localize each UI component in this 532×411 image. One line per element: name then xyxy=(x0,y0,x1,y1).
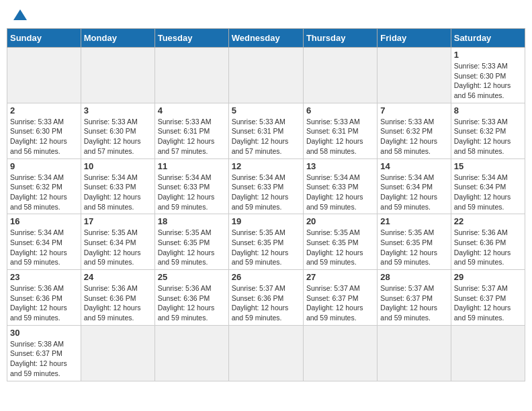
calendar-day-cell xyxy=(303,325,377,381)
day-info: Sunrise: 5:33 AMSunset: 6:31 PMDaylight:… xyxy=(232,117,300,156)
calendar-day-cell: 29Sunrise: 5:37 AMSunset: 6:37 PMDayligh… xyxy=(451,270,525,326)
day-info: Sunrise: 5:35 AMSunset: 6:35 PMDaylight:… xyxy=(306,228,374,267)
day-number: 14 xyxy=(380,161,447,171)
logo xyxy=(12,9,27,20)
day-info: Sunrise: 5:34 AMSunset: 6:34 PMDaylight:… xyxy=(380,173,447,212)
day-info: Sunrise: 5:34 AMSunset: 6:33 PMDaylight:… xyxy=(84,173,152,212)
calendar-day-cell: 16Sunrise: 5:34 AMSunset: 6:34 PMDayligh… xyxy=(7,214,81,270)
calendar-day-cell: 18Sunrise: 5:35 AMSunset: 6:35 PMDayligh… xyxy=(154,214,228,270)
day-info: Sunrise: 5:35 AMSunset: 6:35 PMDaylight:… xyxy=(232,228,300,267)
calendar-day-cell: 17Sunrise: 5:35 AMSunset: 6:34 PMDayligh… xyxy=(81,214,154,270)
calendar-week-row: 9Sunrise: 5:34 AMSunset: 6:32 PMDaylight… xyxy=(7,158,525,214)
calendar-day-cell xyxy=(228,48,303,103)
day-info: Sunrise: 5:34 AMSunset: 6:33 PMDaylight:… xyxy=(306,173,374,212)
day-info: Sunrise: 5:33 AMSunset: 6:31 PMDaylight:… xyxy=(158,117,226,156)
day-number: 15 xyxy=(454,161,522,171)
day-number: 10 xyxy=(84,161,152,171)
calendar-day-cell xyxy=(81,325,154,381)
day-info: Sunrise: 5:33 AMSunset: 6:32 PMDaylight:… xyxy=(454,117,522,156)
calendar-day-cell xyxy=(81,48,154,103)
calendar-week-row: 23Sunrise: 5:36 AMSunset: 6:36 PMDayligh… xyxy=(7,270,525,326)
calendar-day-cell: 20Sunrise: 5:35 AMSunset: 6:35 PMDayligh… xyxy=(303,214,377,270)
calendar-week-row: 30Sunrise: 5:38 AMSunset: 6:37 PMDayligh… xyxy=(7,325,525,381)
weekday-header-friday: Friday xyxy=(378,29,451,48)
weekday-header-tuesday: Tuesday xyxy=(154,29,228,48)
day-number: 27 xyxy=(306,272,374,282)
day-info: Sunrise: 5:33 AMSunset: 6:31 PMDaylight:… xyxy=(306,117,374,156)
day-info: Sunrise: 5:37 AMSunset: 6:37 PMDaylight:… xyxy=(380,283,447,323)
day-info: Sunrise: 5:34 AMSunset: 6:32 PMDaylight:… xyxy=(10,173,78,212)
day-info: Sunrise: 5:34 AMSunset: 6:34 PMDaylight:… xyxy=(454,173,522,212)
calendar-day-cell: 2Sunrise: 5:33 AMSunset: 6:30 PMDaylight… xyxy=(7,103,81,158)
day-info: Sunrise: 5:33 AMSunset: 6:30 PMDaylight:… xyxy=(84,117,152,156)
day-number: 16 xyxy=(10,216,78,226)
calendar-day-cell: 11Sunrise: 5:34 AMSunset: 6:33 PMDayligh… xyxy=(154,158,228,214)
calendar-day-cell: 3Sunrise: 5:33 AMSunset: 6:30 PMDaylight… xyxy=(81,103,154,158)
day-info: Sunrise: 5:34 AMSunset: 6:34 PMDaylight:… xyxy=(10,228,78,267)
day-number: 30 xyxy=(10,328,78,338)
day-number: 4 xyxy=(158,105,226,116)
day-number: 22 xyxy=(454,216,522,226)
calendar-day-cell: 9Sunrise: 5:34 AMSunset: 6:32 PMDaylight… xyxy=(7,158,81,214)
day-number: 24 xyxy=(84,272,152,282)
calendar-table: SundayMondayTuesdayWednesdayThursdayFrid… xyxy=(7,28,525,381)
calendar-day-cell: 26Sunrise: 5:37 AMSunset: 6:36 PMDayligh… xyxy=(228,270,303,326)
calendar-day-cell: 13Sunrise: 5:34 AMSunset: 6:33 PMDayligh… xyxy=(303,158,377,214)
calendar-day-cell xyxy=(154,325,228,381)
day-number: 21 xyxy=(380,216,447,226)
calendar-day-cell: 23Sunrise: 5:36 AMSunset: 6:36 PMDayligh… xyxy=(7,270,81,326)
day-number: 5 xyxy=(232,105,300,116)
day-info: Sunrise: 5:37 AMSunset: 6:37 PMDaylight:… xyxy=(454,283,522,323)
day-number: 28 xyxy=(380,272,447,282)
day-number: 29 xyxy=(454,272,522,282)
day-info: Sunrise: 5:36 AMSunset: 6:36 PMDaylight:… xyxy=(84,283,152,323)
day-info: Sunrise: 5:35 AMSunset: 6:35 PMDaylight:… xyxy=(380,228,447,267)
day-number: 25 xyxy=(158,272,226,282)
calendar-day-cell: 8Sunrise: 5:33 AMSunset: 6:32 PMDaylight… xyxy=(451,103,525,158)
calendar-day-cell xyxy=(228,325,303,381)
calendar-day-cell: 21Sunrise: 5:35 AMSunset: 6:35 PMDayligh… xyxy=(378,214,451,270)
logo-triangle-icon xyxy=(13,9,27,20)
calendar-day-cell xyxy=(7,48,81,103)
calendar-day-cell: 6Sunrise: 5:33 AMSunset: 6:31 PMDaylight… xyxy=(303,103,377,158)
day-info: Sunrise: 5:35 AMSunset: 6:34 PMDaylight:… xyxy=(84,228,152,267)
calendar-header xyxy=(7,7,525,23)
day-number: 2 xyxy=(10,105,78,116)
day-number: 23 xyxy=(10,272,78,282)
day-info: Sunrise: 5:38 AMSunset: 6:37 PMDaylight:… xyxy=(10,339,78,379)
calendar-day-cell: 14Sunrise: 5:34 AMSunset: 6:34 PMDayligh… xyxy=(378,158,451,214)
day-info: Sunrise: 5:36 AMSunset: 6:36 PMDaylight:… xyxy=(454,228,522,267)
calendar-week-row: 1Sunrise: 5:33 AMSunset: 6:30 PMDaylight… xyxy=(7,48,525,103)
calendar-day-cell: 1Sunrise: 5:33 AMSunset: 6:30 PMDaylight… xyxy=(451,48,525,103)
calendar-day-cell xyxy=(303,48,377,103)
day-number: 12 xyxy=(232,161,300,171)
day-number: 6 xyxy=(306,105,374,116)
day-info: Sunrise: 5:34 AMSunset: 6:33 PMDaylight:… xyxy=(232,173,300,212)
calendar-day-cell: 10Sunrise: 5:34 AMSunset: 6:33 PMDayligh… xyxy=(81,158,154,214)
weekday-header-wednesday: Wednesday xyxy=(228,29,303,48)
weekday-header-row: SundayMondayTuesdayWednesdayThursdayFrid… xyxy=(7,29,525,48)
weekday-header-monday: Monday xyxy=(81,29,154,48)
weekday-header-sunday: Sunday xyxy=(7,29,81,48)
calendar-day-cell: 5Sunrise: 5:33 AMSunset: 6:31 PMDaylight… xyxy=(228,103,303,158)
day-info: Sunrise: 5:35 AMSunset: 6:35 PMDaylight:… xyxy=(158,228,226,267)
calendar-day-cell xyxy=(451,325,525,381)
day-info: Sunrise: 5:33 AMSunset: 6:32 PMDaylight:… xyxy=(380,117,447,156)
day-number: 3 xyxy=(84,105,152,116)
calendar-day-cell xyxy=(378,325,451,381)
calendar-day-cell: 19Sunrise: 5:35 AMSunset: 6:35 PMDayligh… xyxy=(228,214,303,270)
calendar-day-cell: 7Sunrise: 5:33 AMSunset: 6:32 PMDaylight… xyxy=(378,103,451,158)
day-number: 11 xyxy=(158,161,226,171)
day-info: Sunrise: 5:36 AMSunset: 6:36 PMDaylight:… xyxy=(158,283,226,323)
day-number: 26 xyxy=(232,272,300,282)
calendar-day-cell: 15Sunrise: 5:34 AMSunset: 6:34 PMDayligh… xyxy=(451,158,525,214)
calendar-day-cell: 28Sunrise: 5:37 AMSunset: 6:37 PMDayligh… xyxy=(378,270,451,326)
calendar-day-cell: 12Sunrise: 5:34 AMSunset: 6:33 PMDayligh… xyxy=(228,158,303,214)
day-number: 18 xyxy=(158,216,226,226)
calendar-week-row: 2Sunrise: 5:33 AMSunset: 6:30 PMDaylight… xyxy=(7,103,525,158)
day-number: 20 xyxy=(306,216,374,226)
day-number: 7 xyxy=(380,105,447,116)
day-number: 13 xyxy=(306,161,374,171)
day-info: Sunrise: 5:34 AMSunset: 6:33 PMDaylight:… xyxy=(158,173,226,212)
calendar-day-cell: 30Sunrise: 5:38 AMSunset: 6:37 PMDayligh… xyxy=(7,325,81,381)
